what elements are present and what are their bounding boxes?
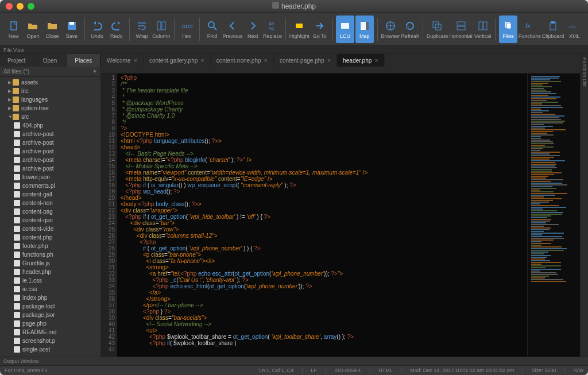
save-icon [65, 20, 78, 32]
file-item[interactable]: screenshot.p [0, 337, 100, 345]
file-item[interactable]: header.php [0, 268, 100, 276]
file-filter-dropdown[interactable]: All files (*) ▼ [0, 67, 100, 77]
folder-icon [13, 96, 19, 103]
file-item[interactable]: content.php [0, 233, 100, 242]
sidebar-tab-open[interactable]: Open [33, 54, 67, 67]
file-item[interactable]: content-gall [0, 190, 100, 199]
folder-item[interactable]: ▶inc [0, 87, 100, 95]
vertical-button[interactable]: Vertical [474, 16, 492, 43]
new-button[interactable]: New [5, 16, 23, 43]
vert-icon [477, 20, 489, 32]
undo-button[interactable]: Undo [88, 16, 106, 43]
refresh-icon [404, 20, 416, 32]
column-button[interactable]: Column [152, 16, 171, 43]
file-item[interactable]: comments.pl [0, 181, 100, 190]
replace-button[interactable]: ABACReplace [263, 16, 282, 43]
close-button[interactable]: Close [43, 16, 61, 43]
file-item[interactable]: single-post [0, 345, 100, 354]
file-item[interactable]: content-pag [0, 207, 100, 216]
highlight-icon [293, 20, 305, 32]
file-item[interactable]: package.jsor [0, 311, 100, 319]
file-item[interactable]: ie.css [0, 285, 100, 293]
folder-item[interactable]: ▶languages [0, 95, 100, 104]
close-tab-icon[interactable]: × [134, 57, 137, 64]
file-item[interactable]: index.php [0, 293, 100, 302]
editor-tab[interactable]: content-gallery.php× [144, 54, 211, 67]
close-tab-icon[interactable]: × [327, 57, 331, 64]
functions-button[interactable]: fxFunctions [519, 16, 541, 43]
sidebar-tab-places[interactable]: Places [67, 54, 100, 67]
save-button[interactable]: Save [63, 16, 81, 43]
status-size: Size: 3630 [532, 368, 556, 373]
status-encoding[interactable]: ISO-8859-1 [334, 368, 361, 373]
editor-tab[interactable]: Welcome× [101, 54, 144, 67]
next-button[interactable]: Next [243, 16, 262, 43]
editor-tab[interactable]: header.php× [337, 54, 385, 67]
svg-point-6 [208, 22, 214, 28]
file-icon [14, 183, 20, 189]
goto-icon [314, 20, 326, 32]
file-item[interactable]: archive-post [0, 164, 100, 173]
file-icon [14, 269, 20, 275]
editor-tab[interactable]: content-page.php× [274, 54, 337, 67]
status-line-ending[interactable]: LF [311, 368, 318, 373]
function-list-tab[interactable]: Function List [580, 54, 588, 357]
minimap[interactable] [527, 74, 580, 357]
files-button[interactable]: Files [499, 16, 517, 43]
horizontal-button[interactable]: Horizontal [449, 16, 473, 43]
file-item[interactable]: archive-post [0, 156, 100, 164]
redo-button[interactable]: Redo [107, 16, 126, 43]
previous-button[interactable]: Previous [222, 16, 242, 43]
maximize-window-button[interactable] [28, 3, 34, 10]
open-button[interactable]: Open [24, 16, 42, 43]
close-window-button[interactable] [6, 3, 13, 10]
file-item[interactable]: footer.php [0, 242, 100, 250]
goto-button[interactable]: Go To [311, 16, 329, 43]
svg-text:AC: AC [269, 26, 274, 30]
close-tab-icon[interactable]: × [374, 57, 378, 64]
file-item[interactable]: README.md [0, 328, 100, 337]
close-tab-icon[interactable]: × [264, 57, 268, 64]
file-icon [14, 174, 20, 180]
sidebar-tab-project[interactable]: Project [0, 54, 33, 67]
fx-icon: fx [523, 20, 536, 32]
folder-item[interactable]: ▶option-tree [0, 104, 100, 113]
file-item[interactable]: content-quo [0, 216, 100, 225]
file-item[interactable]: 404.php [0, 121, 100, 130]
file-item[interactable]: content-non [0, 199, 100, 207]
output-window-tab[interactable]: Output Window [0, 357, 588, 366]
xml-button[interactable]: </>XML [565, 16, 583, 43]
svg-rect-18 [479, 22, 482, 30]
file-icon [14, 303, 20, 310]
folder-item[interactable]: ▼src [0, 113, 100, 121]
status-lang[interactable]: HTML [378, 368, 393, 373]
svg-rect-15 [435, 24, 441, 30]
next-icon [246, 20, 259, 32]
wrap-button[interactable]: Wrap [133, 16, 151, 43]
document-icon [272, 2, 279, 9]
file-item[interactable]: functions.ph [0, 250, 100, 259]
folder-item[interactable]: ▶assets [0, 78, 100, 87]
refresh-button[interactable]: Refresh [401, 16, 419, 43]
file-item[interactable]: ie.1.css [0, 276, 100, 285]
file-item[interactable]: archive-post [0, 147, 100, 156]
lcu-button[interactable]: LCU [336, 16, 354, 43]
highlight-button[interactable]: Highlight [289, 16, 310, 43]
file-item[interactable]: archive-post [0, 130, 100, 138]
file-item[interactable]: Gruntfile.js [0, 259, 100, 268]
code-editor[interactable]: <?php/** * The header template file * * … [117, 74, 527, 357]
file-item[interactable]: page.php [0, 319, 100, 328]
map-button[interactable]: Map [355, 16, 374, 43]
find-button[interactable]: Find [203, 16, 222, 43]
duplicate-button[interactable]: Duplicate [427, 16, 448, 43]
editor-tab[interactable]: content-none.php× [211, 54, 274, 67]
file-item[interactable]: bower.json [0, 173, 100, 181]
file-item[interactable]: content-vide [0, 225, 100, 233]
close-tab-icon[interactable]: × [200, 57, 204, 64]
minimize-window-button[interactable] [17, 3, 24, 10]
hex-button[interactable]: 0101Hex [177, 16, 196, 43]
browser-button[interactable]: Browser [381, 16, 400, 43]
file-item[interactable]: archive-post [0, 138, 100, 147]
file-item[interactable]: package-locl [0, 302, 100, 311]
clipboard-button[interactable]: Clipboard [542, 16, 564, 43]
